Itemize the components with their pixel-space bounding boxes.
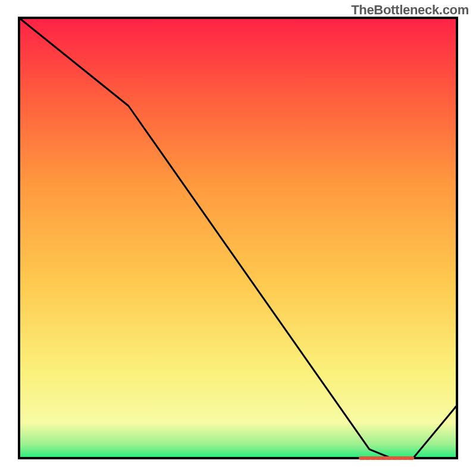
bottleneck-chart <box>0 0 476 476</box>
plot-area <box>19 18 457 458</box>
chart-container: TheBottleneck.com <box>0 0 476 476</box>
watermark-text: TheBottleneck.com <box>351 2 469 18</box>
